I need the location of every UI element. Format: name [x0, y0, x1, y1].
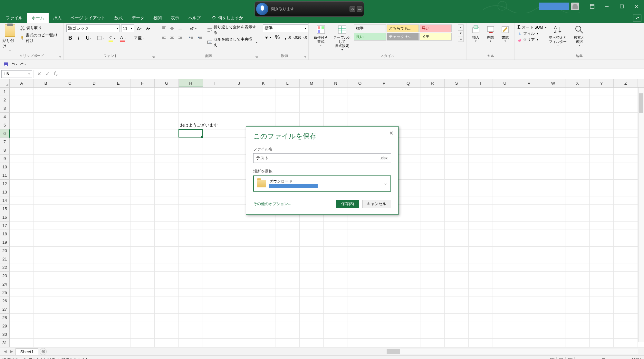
cell-J29[interactable]: [227, 322, 251, 330]
cell-C20[interactable]: [58, 247, 82, 255]
cell-X27[interactable]: [565, 305, 590, 314]
cell-M27[interactable]: [300, 305, 324, 314]
cell-I29[interactable]: [203, 322, 227, 330]
minimize-button[interactable]: [600, 0, 614, 13]
sort-filter-button[interactable]: AZ 並べ替えと フィルター▾: [548, 24, 568, 47]
cell-S29[interactable]: [445, 322, 469, 330]
hscroll-thumb[interactable]: [387, 349, 400, 354]
cell-H10[interactable]: [179, 163, 203, 171]
cell-N19[interactable]: [324, 238, 348, 247]
cell-S30[interactable]: [445, 330, 469, 339]
cell-U29[interactable]: [493, 322, 517, 330]
cell-V12[interactable]: [517, 180, 541, 188]
cell-Y26[interactable]: [590, 297, 614, 305]
cell-V26[interactable]: [517, 297, 541, 305]
cell-M20[interactable]: [300, 247, 324, 255]
cell-W3[interactable]: [541, 104, 565, 113]
col-header-J[interactable]: J: [227, 79, 251, 87]
cell-E31[interactable]: [106, 339, 130, 347]
cell-T19[interactable]: [469, 238, 493, 247]
cell-Z7[interactable]: [614, 138, 638, 146]
accounting-format[interactable]: ¥▾: [263, 33, 273, 41]
cell-E6[interactable]: [106, 129, 130, 138]
cell-Q15[interactable]: [396, 205, 420, 213]
cell-Y24[interactable]: [590, 280, 614, 288]
cell-A19[interactable]: [10, 238, 34, 247]
cell-I8[interactable]: [203, 146, 227, 155]
cell-Y12[interactable]: [590, 180, 614, 188]
cell-H4[interactable]: [179, 113, 203, 121]
cell-G2[interactable]: [155, 96, 179, 104]
cell-F20[interactable]: [130, 247, 155, 255]
cell-E29[interactable]: [106, 322, 130, 330]
cell-S8[interactable]: [445, 146, 469, 155]
cell-U23[interactable]: [493, 272, 517, 280]
cell-C19[interactable]: [58, 238, 82, 247]
cell-B3[interactable]: [34, 104, 58, 113]
cell-F22[interactable]: [130, 263, 155, 272]
tab-data[interactable]: データ: [127, 13, 149, 23]
cell-O4[interactable]: [348, 113, 372, 121]
row-header-29[interactable]: 29: [0, 322, 10, 330]
cell-Z8[interactable]: [614, 146, 638, 155]
cell-C6[interactable]: [58, 129, 82, 138]
cell-Q21[interactable]: [396, 255, 420, 263]
row-header-24[interactable]: 24: [0, 280, 10, 288]
cell-T1[interactable]: [469, 88, 493, 96]
font-color-button[interactable]: A▾: [118, 34, 129, 42]
cell-R30[interactable]: [420, 330, 445, 339]
cell-J3[interactable]: [227, 104, 251, 113]
cell-F31[interactable]: [130, 339, 155, 347]
cell-R19[interactable]: [420, 238, 445, 247]
cell-T13[interactable]: [469, 188, 493, 196]
cell-Y8[interactable]: [590, 146, 614, 155]
cell-D6[interactable]: [82, 129, 106, 138]
cell-X1[interactable]: [565, 88, 590, 96]
cell-C18[interactable]: [58, 230, 82, 238]
cell-styles-gallery[interactable]: 標準 どちらでも... 悪い 良い チェック セ... メモ: [354, 24, 456, 51]
cell-W25[interactable]: [541, 288, 565, 297]
cell-R7[interactable]: [420, 138, 445, 146]
cell-Z11[interactable]: [614, 171, 638, 180]
cell-E23[interactable]: [106, 272, 130, 280]
cell-N27[interactable]: [324, 305, 348, 314]
cell-F11[interactable]: [130, 171, 155, 180]
cell-I22[interactable]: [203, 263, 227, 272]
cell-M19[interactable]: [300, 238, 324, 247]
cell-J24[interactable]: [227, 280, 251, 288]
cell-Q18[interactable]: [396, 230, 420, 238]
cell-C29[interactable]: [58, 322, 82, 330]
cell-I6[interactable]: [203, 129, 227, 138]
col-header-X[interactable]: X: [565, 79, 590, 87]
align-center[interactable]: [168, 33, 176, 41]
alignment-launcher[interactable]: [255, 54, 259, 58]
cell-F13[interactable]: [130, 188, 155, 196]
col-header-F[interactable]: F: [130, 79, 155, 87]
cell-G24[interactable]: [155, 280, 179, 288]
cell-X9[interactable]: [565, 155, 590, 163]
cell-V6[interactable]: [517, 129, 541, 138]
cell-V31[interactable]: [517, 339, 541, 347]
save-button[interactable]: [3, 61, 9, 68]
cell-R4[interactable]: [420, 113, 445, 121]
cell-P23[interactable]: [372, 272, 396, 280]
cell-V10[interactable]: [517, 163, 541, 171]
cell-E24[interactable]: [106, 280, 130, 288]
cell-S22[interactable]: [445, 263, 469, 272]
align-top[interactable]: [160, 24, 168, 32]
cell-T9[interactable]: [469, 155, 493, 163]
cell-A3[interactable]: [10, 104, 34, 113]
cell-V28[interactable]: [517, 314, 541, 322]
cell-H5[interactable]: おはようございます: [179, 121, 203, 129]
cell-X26[interactable]: [565, 297, 590, 305]
cell-H14[interactable]: [179, 196, 203, 205]
cell-D19[interactable]: [82, 238, 106, 247]
cell-D5[interactable]: [82, 121, 106, 129]
cell-B22[interactable]: [34, 263, 58, 272]
cell-D20[interactable]: [82, 247, 106, 255]
col-header-S[interactable]: S: [445, 79, 469, 87]
cell-T3[interactable]: [469, 104, 493, 113]
zoom-value[interactable]: 100%: [631, 358, 641, 359]
cell-P1[interactable]: [372, 88, 396, 96]
cell-O1[interactable]: [348, 88, 372, 96]
